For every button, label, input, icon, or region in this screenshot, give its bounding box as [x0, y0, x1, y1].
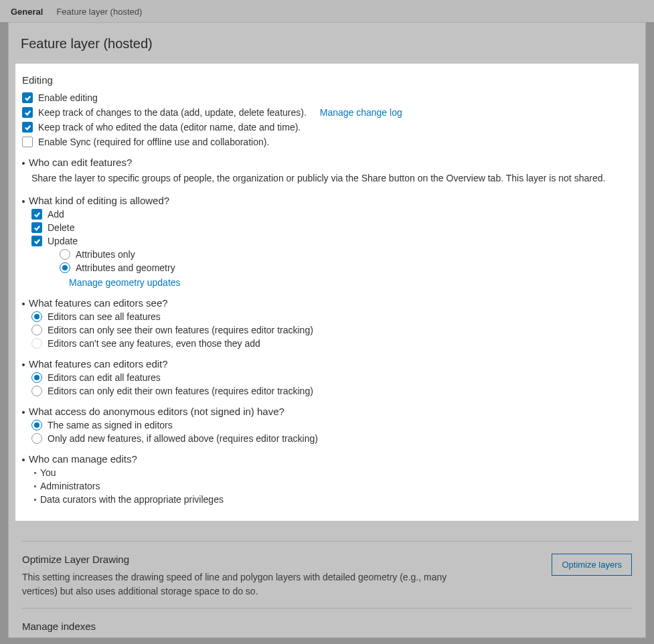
enable-sync-label[interactable]: Enable Sync (required for offline use an…	[38, 137, 269, 147]
tabs-bar: General Feature layer (hosted)	[0, 0, 654, 22]
tab-feature-layer[interactable]: Feature layer (hosted)	[56, 7, 142, 17]
manage-curators: Data curators with the appropriate privi…	[40, 494, 224, 505]
anon-same-radio[interactable]	[31, 420, 42, 430]
editing-add-label[interactable]: Add	[48, 209, 64, 220]
anon-same-label[interactable]: The same as signed in editors	[48, 420, 173, 430]
panel-title: Feature layer (hosted)	[9, 23, 645, 64]
bullet-icon	[22, 411, 25, 414]
square-bullet-icon	[34, 499, 36, 501]
enable-editing-label[interactable]: Enable editing	[38, 92, 98, 103]
see-all-label[interactable]: Editors can see all features	[48, 311, 161, 322]
manage-geometry-updates-link[interactable]: Manage geometry updates	[69, 277, 181, 288]
optimize-description: This setting increases the drawing speed…	[22, 570, 451, 598]
update-attributes-only-label[interactable]: Attributes only	[76, 249, 135, 260]
optimize-heading: Optimize Layer Drawing	[22, 554, 451, 565]
see-own-radio[interactable]	[31, 325, 42, 335]
anonymous-access-question: What access do anonymous editors (not si…	[29, 406, 284, 417]
manage-admins: Administrators	[40, 481, 100, 491]
edit-all-label[interactable]: Editors can edit all features	[48, 372, 161, 383]
update-attributes-geometry-label[interactable]: Attributes and geometry	[76, 262, 175, 273]
who-can-edit-answer: Share the layer to specific groups of pe…	[31, 171, 632, 185]
optimize-layers-button[interactable]: Optimize layers	[552, 554, 632, 576]
manage-change-log-link[interactable]: Manage change log	[320, 107, 402, 118]
divider	[22, 541, 632, 542]
tab-general[interactable]: General	[11, 7, 43, 17]
anon-add-only-label[interactable]: Only add new features, if allowed above …	[48, 433, 318, 444]
manage-indexes-heading: Manage indexes	[22, 621, 632, 632]
who-can-edit-question: Who can edit features?	[29, 157, 132, 168]
editors-see-question: What features can editors see?	[29, 297, 168, 309]
bullet-icon	[22, 364, 25, 366]
update-attributes-only-radio[interactable]	[60, 249, 70, 260]
bullet-icon	[22, 162, 25, 165]
track-who-label[interactable]: Keep track of who edited the data (edito…	[38, 122, 301, 133]
bullet-icon	[22, 303, 25, 305]
bullet-icon	[22, 200, 25, 203]
editors-edit-question: What features can editors edit?	[29, 358, 168, 370]
editing-card: Editing Enable editing Keep track of cha…	[15, 64, 639, 521]
editing-update-label[interactable]: Update	[48, 236, 78, 246]
settings-panel: Feature layer (hosted) Editing Enable ed…	[8, 22, 646, 638]
kind-of-editing-question: What kind of editing is allowed?	[29, 195, 169, 206]
track-changes-checkbox[interactable]	[22, 107, 33, 118]
edit-all-radio[interactable]	[31, 372, 42, 383]
manage-you: You	[40, 467, 56, 478]
edit-own-radio[interactable]	[31, 386, 42, 396]
track-changes-label[interactable]: Keep track of changes to the data (add, …	[38, 107, 307, 118]
enable-editing-checkbox[interactable]	[22, 92, 33, 103]
editing-update-checkbox[interactable]	[31, 236, 42, 246]
editing-heading: Editing	[22, 74, 632, 86]
anon-add-only-radio[interactable]	[31, 433, 42, 444]
editing-delete-label[interactable]: Delete	[48, 222, 74, 233]
see-all-radio[interactable]	[31, 311, 42, 322]
see-none-radio	[31, 338, 42, 349]
square-bullet-icon	[34, 485, 36, 487]
track-who-checkbox[interactable]	[22, 122, 33, 133]
edit-own-label[interactable]: Editors can only edit their own features…	[48, 386, 313, 396]
update-attributes-geometry-radio[interactable]	[60, 262, 70, 273]
enable-sync-checkbox[interactable]	[22, 137, 33, 147]
editing-delete-checkbox[interactable]	[31, 222, 42, 233]
manage-edits-question: Who can manage edits?	[29, 453, 137, 465]
bullet-icon	[22, 459, 25, 461]
divider	[22, 608, 632, 609]
see-none-label: Editors can't see any features, even tho…	[48, 338, 260, 349]
see-own-label[interactable]: Editors can only see their own features …	[48, 325, 313, 335]
lower-sections: Optimize Layer Drawing This setting incr…	[15, 521, 639, 632]
editing-add-checkbox[interactable]	[31, 209, 42, 220]
square-bullet-icon	[34, 472, 36, 474]
